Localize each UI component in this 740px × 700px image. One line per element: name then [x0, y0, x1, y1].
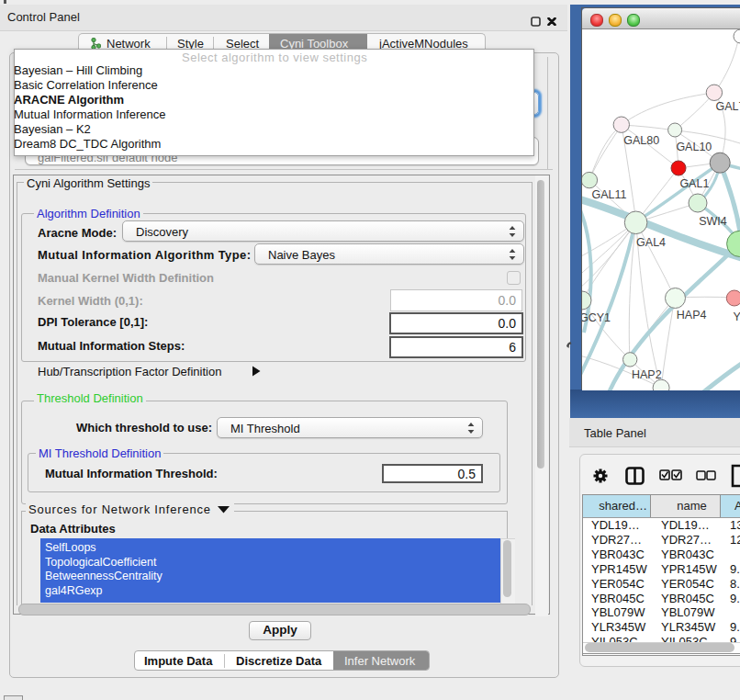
svg-text:GAL80: GAL80: [623, 134, 659, 147]
svg-text:GAL4: GAL4: [636, 236, 666, 249]
svg-text:GAL11: GAL11: [592, 188, 627, 201]
svg-text:GCY1: GCY1: [582, 311, 611, 324]
svg-text:SWI4: SWI4: [699, 215, 727, 228]
svg-text:HAP2: HAP2: [632, 368, 662, 381]
svg-text:GAL10: GAL10: [676, 141, 712, 153]
svg-text:HAP4: HAP4: [677, 309, 707, 322]
svg-text:GAL1: GAL1: [679, 177, 709, 190]
svg-text:GAL7: GAL7: [716, 100, 740, 113]
svg-text:YM: YM: [734, 310, 740, 323]
